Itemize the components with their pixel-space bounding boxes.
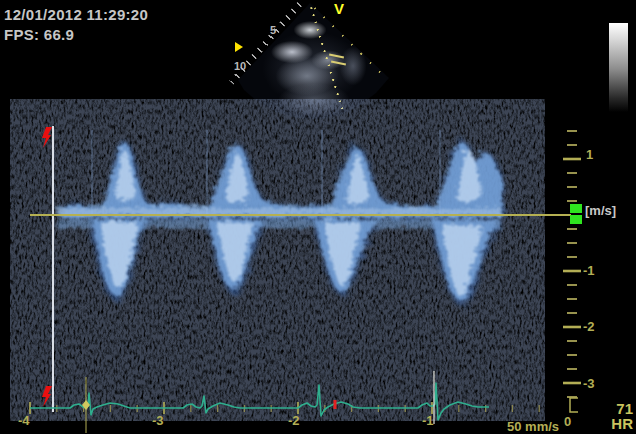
depth-label-5: 5 (270, 24, 276, 36)
spectral-envelope-outer (55, 138, 500, 303)
spectral-noise (55, 126, 500, 394)
ecg-trigger-marker (82, 400, 90, 410)
time-label-neg4: -4 (18, 413, 30, 428)
time-label-0: 0 (564, 414, 571, 429)
fps-label: FPS: 66.9 (4, 26, 74, 43)
heart-rate-label: HR (611, 416, 633, 431)
velocity-label-1: 1 (586, 147, 593, 162)
time-label-neg2: -2 (288, 413, 300, 428)
grayscale-bar (609, 23, 628, 112)
lightning-bolt-icon (42, 127, 52, 148)
time-axis-end-bracket (570, 398, 578, 412)
frame-red-tick (334, 400, 337, 409)
baseline-marker[interactable] (570, 204, 582, 225)
velocity-label-neg2: -2 (583, 319, 595, 334)
heart-rate-value: 71 (611, 401, 633, 416)
heart-rate-display: 71 HR (611, 401, 633, 431)
2d-image-thumbnail: 5 10 V (222, 0, 407, 122)
orientation-v-marker: V (334, 0, 344, 17)
datetime-label: 12/01/2012 11:29:20 (4, 6, 148, 23)
doppler-baseline (30, 214, 571, 216)
spectral-cores (55, 146, 500, 293)
focus-triangle-icon (235, 42, 243, 52)
time-ticks (30, 402, 539, 414)
lightning-bolt-icon (42, 386, 52, 407)
velocity-unit-label: [m/s] (585, 203, 616, 218)
velocity-label-neg1: -1 (583, 263, 595, 278)
depth-label-10: 10 (234, 60, 246, 72)
velocity-ticks (563, 131, 581, 397)
time-label-neg1: -1 (422, 413, 434, 428)
sweep-speed-label: 50 mm/s (507, 419, 559, 434)
velocity-label-neg3: -3 (583, 376, 595, 391)
time-label-neg3: -3 (152, 413, 164, 428)
spectral-envelope (55, 141, 500, 299)
ecg-trace (30, 383, 489, 420)
beat-streaks (92, 130, 440, 214)
ultrasound-screen: 12/01/2012 11:29:20 FPS: 66.9 5 10 V (0, 0, 636, 434)
